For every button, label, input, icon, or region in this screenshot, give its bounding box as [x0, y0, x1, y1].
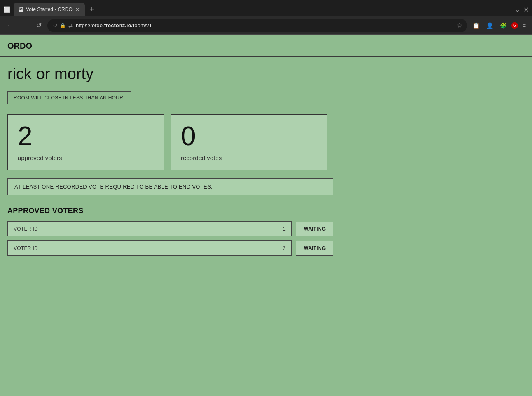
url-display: https://ordo.frectonz.io/rooms/1 — [76, 22, 453, 28]
tab-title: Vote Started - ORDO — [26, 7, 73, 12]
browser-toolbar: 📋 👤 🧩 6 ≡ — [471, 21, 528, 31]
voter-id-num-2: 2 — [282, 245, 286, 251]
voter-row: VOTER ID 2 WAITING — [7, 240, 525, 256]
tab-list-icon[interactable]: ⌄ — [515, 6, 520, 14]
room-title: rick or morty — [7, 65, 525, 83]
voter-id-cell-1: VOTER ID 1 — [7, 221, 292, 236]
approved-voters-count: 2 — [18, 123, 154, 149]
voter-id-cell-2: VOTER ID 2 — [7, 240, 292, 256]
lock-icon: 🔒 — [60, 23, 66, 28]
site-header: ORDO — [0, 35, 532, 57]
forward-button[interactable]: → — [19, 20, 30, 31]
nav-bar: ← → ↺ 🛡 🔒 ⇄ https://ordo.frectonz.io/roo… — [0, 16, 532, 35]
recorded-votes-label: recorded votes — [181, 154, 317, 161]
shield-icon: 🛡 — [52, 23, 57, 28]
network-icon: ⇄ — [68, 23, 73, 28]
voters-section: APPROVED VOTERS VOTER ID 1 WAITING VOTER… — [7, 207, 525, 256]
close-window-icon[interactable]: ✕ — [523, 6, 529, 14]
recorded-votes-count: 0 — [181, 123, 317, 149]
url-prefix: https://ordo. — [76, 22, 104, 28]
security-icons: 🛡 🔒 ⇄ — [52, 23, 73, 28]
voter-row: VOTER ID 1 WAITING — [7, 221, 525, 236]
menu-button[interactable]: ≡ — [520, 21, 528, 31]
reload-button[interactable]: ↺ — [34, 20, 44, 31]
recorded-votes-card: 0 recorded votes — [171, 114, 327, 170]
voter-id-label-1: VOTER ID — [14, 226, 38, 232]
voter-id-num-1: 1 — [282, 226, 286, 232]
approved-voters-label: approved voters — [18, 154, 154, 161]
url-domain: frectonz.io — [104, 22, 131, 28]
stats-row: 2 approved voters 0 recorded votes — [7, 114, 525, 170]
warning-message: AT LEAST ONE RECORDED VOTE REQUIRED TO B… — [7, 178, 333, 195]
window-controls: ⌄ ✕ — [515, 6, 529, 14]
room-notice: ROOM WILL CLOSE IN LESS THAN AN HOUR. — [7, 91, 131, 104]
main-content: rick or morty ROOM WILL CLOSE IN LESS TH… — [0, 57, 532, 268]
active-tab[interactable]: 🗳 Vote Started - ORDO ✕ — [14, 3, 85, 16]
voters-heading: APPROVED VOTERS — [7, 207, 525, 215]
back-button[interactable]: ← — [4, 20, 16, 31]
voter-id-label-2: VOTER ID — [14, 245, 38, 251]
tab-bar: ⬜ 🗳 Vote Started - ORDO ✕ + ⌄ ✕ — [0, 0, 532, 16]
pocket-icon[interactable]: 📋 — [471, 21, 482, 31]
voter-status-badge-2: WAITING — [296, 241, 333, 256]
browser-chrome: ⬜ 🗳 Vote Started - ORDO ✕ + ⌄ ✕ ← → ↺ 🛡 … — [0, 0, 532, 35]
new-tab-button[interactable]: + — [87, 5, 97, 14]
approved-voters-card: 2 approved voters — [7, 114, 164, 170]
tab-close-button[interactable]: ✕ — [75, 7, 80, 12]
page-content: ORDO rick or morty ROOM WILL CLOSE IN LE… — [0, 35, 532, 396]
address-bar[interactable]: 🛡 🔒 ⇄ https://ordo.frectonz.io/rooms/1 ☆ — [47, 19, 467, 32]
profile-icon[interactable]: 👤 — [484, 21, 495, 31]
extensions-icon[interactable]: 🧩 — [498, 21, 509, 31]
notification-badge: 6 — [511, 22, 518, 29]
url-path: /rooms/1 — [131, 22, 152, 28]
voter-status-badge-1: WAITING — [296, 222, 333, 236]
window-icon: ⬜ — [3, 6, 10, 13]
tab-favicon: 🗳 — [19, 7, 23, 12]
bookmark-icon[interactable]: ☆ — [457, 21, 462, 29]
site-logo: ORDO — [7, 41, 32, 50]
